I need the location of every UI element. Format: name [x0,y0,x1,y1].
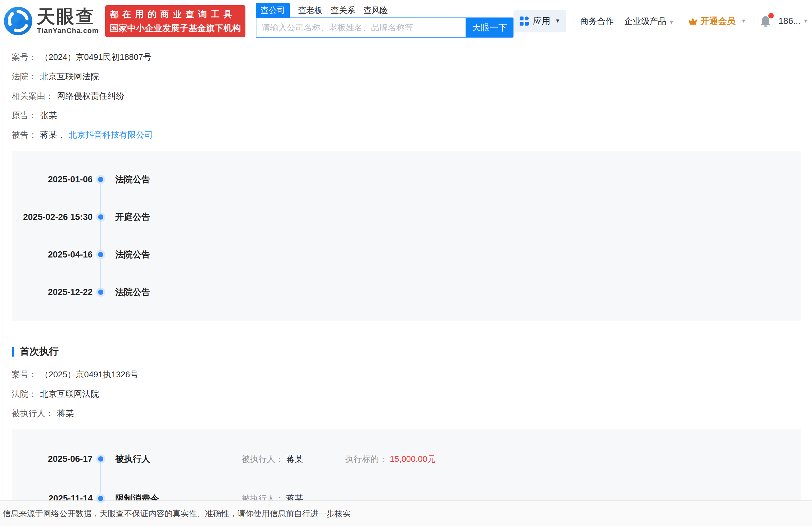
field-court: 法院： 北京互联网法院 [12,71,801,82]
field-plaintiff: 原告： 张某 [12,110,801,120]
nav-business-cooperation[interactable]: 商务合作 [580,16,614,27]
case-timeline: 2025-01-06 法院公告 2025-02-26 15:30 开庭公告 20… [12,151,801,321]
nav-apps-label: 应用 [533,15,550,27]
execution-amount: 15,000.00元 [390,453,436,465]
tab-boss[interactable]: 查老板 [298,3,322,17]
chevron-down-icon: ▼ [803,18,808,24]
section-title-text: 首次执行 [20,345,59,358]
nav-separator [681,16,681,27]
field-defendant: 被告： 蒋某， 北京抖音科技有限公司 [12,130,801,140]
crown-icon [688,17,698,26]
nav-separator [573,16,574,27]
tab-risk[interactable]: 查风险 [364,3,388,17]
tab-company[interactable]: 查公司 [256,3,290,17]
nav-separator [753,16,753,27]
timeline-event-label: 被执行人 [115,453,242,465]
promo-banner: 都在用的商业查询工具 国家中小企业发展子基金旗下机构 [105,5,245,37]
tianyancha-eye-icon [4,7,32,35]
timeline-dot-icon [98,177,103,182]
first-execution-fields: 案号： （2025）京0491执1326号 法院： 北京互联网法院 被执行人： … [12,369,801,418]
detail-executed-person: 被执行人： 蒋某 [242,453,345,465]
search-tabs: 查公司 查老板 查关系 查风险 [256,4,513,17]
timeline-event-label: 开庭公告 [115,211,242,223]
apps-grid-icon [519,16,529,26]
timeline-event-label: 法院公告 [115,286,242,298]
main-content: 案号： （2024）京0491民初18807号 法院： 北京互联网法院 相关案由… [0,42,812,526]
section-divider [12,335,801,335]
timeline-dot-icon [98,496,103,501]
search-input[interactable] [256,17,466,38]
timeline-item: 2025-04-16 法院公告 [12,236,801,273]
promo-line-1: 都在用的商业查询工具 [110,9,245,20]
footer-disclaimer: 信息来源于网络公开数据，天眼查不保证内容的真实性、准确性，请你使用信息前自行进一… [0,500,812,526]
timeline-dot-icon [98,456,103,461]
timeline-item: 2025-01-06 法院公告 [12,161,801,198]
header-nav: 应用 ▼ 商务合作 企业级产品▼ 开通会员 ▼ [513,10,809,32]
notification-bell-button[interactable] [760,16,771,27]
timeline-event-label: 法院公告 [115,249,242,260]
timeline-item: 2025-12-22 法院公告 [12,273,801,311]
timeline-event-label: 法院公告 [115,174,242,185]
title-accent-bar [12,347,14,357]
disclaimer-text: 信息来源于网络公开数据，天眼查不保证内容的真实性、准确性，请你使用信息前自行进一… [3,508,351,519]
field-case-number: 案号： （2024）京0491民初18807号 [12,52,801,62]
search-button[interactable]: 天眼一下 [466,17,513,38]
field-cause: 相关案由： 网络侵权责任纠纷 [12,91,801,101]
timeline-item: 2025-06-17 被执行人 被执行人： 蒋某 执行标的： 15,000.00… [12,439,801,479]
nav-apps-button[interactable]: 应用 ▼ [513,10,566,32]
chevron-down-icon: ▼ [669,19,674,25]
search-area: 查公司 查老板 查关系 查风险 天眼一下 [256,4,513,38]
account-phone-menu[interactable]: 186... ▼ [779,16,809,26]
logo-domain-text: TianYanCha.com [37,27,99,35]
tianyancha-logo[interactable]: 天眼查 TianYanCha.com [4,7,99,35]
content-left-edge [3,42,3,500]
chevron-down-icon: ▼ [555,18,561,24]
defendant-company-link[interactable]: 北京抖音科技有限公司 [69,130,153,140]
promo-line-2: 国家中小企业发展子基金旗下机构 [110,22,241,34]
page: 天眼查 TianYanCha.com 都在用的商业查询工具 国家中小企业发展子基… [0,0,812,526]
detail-execution-target: 执行标的： 15,000.00元 [345,453,449,465]
timeline-dot-icon [98,252,103,257]
chevron-down-icon: ▼ [741,18,746,24]
field-exec-court: 法院： 北京互联网法院 [12,389,801,399]
nav-vip-button[interactable]: 开通会员 ▼ [688,15,746,27]
logo-brand-text: 天眼查 [37,7,99,26]
timeline-item: 2025-02-26 15:30 开庭公告 [12,198,801,236]
tab-relation[interactable]: 查关系 [331,3,355,17]
nav-enterprise-products[interactable]: 企业级产品▼ [624,16,674,27]
field-exec-person: 被执行人： 蒋某 [12,408,801,418]
timeline-dot-icon [98,289,103,295]
notification-badge [768,13,774,18]
first-execution-title: 首次执行 [12,345,801,358]
timeline-dot-icon [98,214,103,219]
case-detail-fields: 案号： （2024）京0491民初18807号 法院： 北京互联网法院 相关案由… [12,52,801,140]
header: 天眼查 TianYanCha.com 都在用的商业查询工具 国家中小企业发展子基… [0,0,812,42]
field-exec-case-number: 案号： （2025）京0491执1326号 [12,369,801,380]
